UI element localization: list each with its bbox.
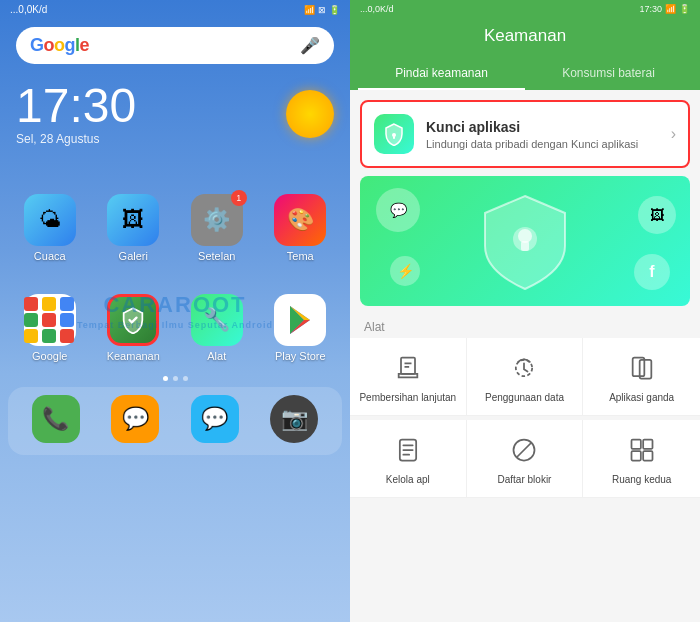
penggunaan-data-icon bbox=[506, 350, 542, 386]
alat-penggunaan-data[interactable]: Penggunaan data bbox=[467, 338, 584, 416]
alat-label-penggunaan: Penggunaan data bbox=[485, 392, 564, 403]
wifi-icon: 📶 bbox=[304, 5, 315, 15]
dock-camera[interactable]: 📷 bbox=[259, 395, 331, 443]
alat-aplikasi-ganda[interactable]: Aplikasi ganda bbox=[583, 338, 700, 416]
setelan-badge: 1 bbox=[231, 190, 247, 206]
bubble-chat-icon: 💬 bbox=[376, 188, 420, 232]
daftar-blokir-icon bbox=[506, 432, 542, 468]
alat-daftar-blokir[interactable]: Daftar blokir bbox=[467, 420, 584, 498]
alat-label-ruang-kedua: Ruang kedua bbox=[612, 474, 672, 485]
kunci-title: Kunci aplikasi bbox=[426, 119, 659, 135]
app-item-galeri[interactable]: 🖼 Galeri bbox=[96, 194, 172, 262]
svg-rect-18 bbox=[643, 451, 652, 460]
left-status-icons: 📶 ⊠ 🔋 bbox=[304, 5, 340, 15]
app-label-setelan: Setelan bbox=[198, 250, 235, 262]
alat-label-kelola: Kelola apl bbox=[386, 474, 430, 485]
page-title: Keamanan bbox=[366, 26, 684, 46]
dot-2 bbox=[173, 376, 178, 381]
google-search-bar[interactable]: Google 🎤 bbox=[16, 27, 334, 64]
app-label-google: Google bbox=[32, 350, 67, 362]
app-icon-playstore bbox=[274, 294, 326, 346]
app-item-cuaca[interactable]: 🌤 Cuaca bbox=[12, 194, 88, 262]
app-icon-tema: 🎨 bbox=[274, 194, 326, 246]
dock-chat-icon: 💬 bbox=[191, 395, 239, 443]
alat-grid-row2: Kelola apl Daftar blokir Ruang kedua bbox=[350, 420, 700, 498]
app-icon-galeri: 🖼 bbox=[107, 194, 159, 246]
app-label-keamanan: Keamanan bbox=[107, 350, 160, 362]
app-icon-alat: 🔧 bbox=[191, 294, 243, 346]
alat-pembersihan-lanjutan[interactable]: Pembersihan lanjutan bbox=[350, 338, 467, 416]
app-grid-row1: 🌤 Cuaca 🖼 Galeri ⚙️ 1 Setelan 🎨 Tema bbox=[0, 178, 350, 270]
app-label-galeri: Galeri bbox=[119, 250, 148, 262]
bubble-fb-icon: f bbox=[634, 254, 670, 290]
svg-point-7 bbox=[518, 229, 532, 243]
svg-marker-1 bbox=[290, 306, 304, 334]
ruang-kedua-icon bbox=[624, 432, 660, 468]
svg-rect-5 bbox=[393, 136, 395, 139]
svg-rect-15 bbox=[631, 440, 640, 449]
right-wifi-icon: 📶 bbox=[665, 4, 676, 14]
illustration-area: 💬 🖼 f ⚡ bbox=[360, 176, 690, 306]
dot-3 bbox=[183, 376, 188, 381]
bottom-dock: 📞 💬 💬 📷 bbox=[8, 387, 342, 455]
app-icon-cuaca: 🌤 bbox=[24, 194, 76, 246]
section-alat-label: Alat bbox=[350, 314, 700, 338]
bubble-lightning-icon: ⚡ bbox=[390, 256, 420, 286]
app-icon-keamanan bbox=[107, 294, 159, 346]
app-icon-setelan: ⚙️ 1 bbox=[191, 194, 243, 246]
alat-kelola-apl[interactable]: Kelola apl bbox=[350, 420, 467, 498]
app-label-cuaca: Cuaca bbox=[34, 250, 66, 262]
alat-label-pembersihan: Pembersihan lanjutan bbox=[359, 392, 456, 403]
mic-icon[interactable]: 🎤 bbox=[300, 36, 320, 55]
dock-message-icon: 💬 bbox=[111, 395, 159, 443]
dock-phone[interactable]: 📞 bbox=[20, 395, 92, 443]
kelola-apl-icon bbox=[390, 432, 426, 468]
right-status-bar: ...0,0K/d 17:30 📶 🔋 bbox=[350, 0, 700, 18]
data-icon: ⊠ bbox=[318, 5, 326, 15]
bubble-photo-icon: 🖼 bbox=[638, 196, 676, 234]
svg-rect-8 bbox=[521, 241, 529, 251]
kunci-subtitle: Lindungi data pribadi dengan Kunci aplik… bbox=[426, 138, 659, 150]
alat-grid-row1: Pembersihan lanjutan Penggunaan data A bbox=[350, 338, 700, 416]
google-logo: Google bbox=[30, 35, 89, 56]
app-item-google[interactable]: Google bbox=[12, 294, 88, 362]
right-signal: ...0,0K/d bbox=[360, 4, 394, 14]
kunci-aplikasi-card[interactable]: Kunci aplikasi Lindungi data pribadi den… bbox=[360, 100, 690, 168]
dock-message[interactable]: 💬 bbox=[100, 395, 172, 443]
battery-icon: 🔋 bbox=[329, 5, 340, 15]
right-tabs[interactable]: Pindai keamanan Konsumsi baterai bbox=[350, 58, 700, 90]
app-label-playstore: Play Store bbox=[275, 350, 326, 362]
right-status-icons: 17:30 📶 🔋 bbox=[639, 4, 690, 14]
app-item-alat[interactable]: 🔧 Alat bbox=[179, 294, 255, 362]
alat-ruang-kedua[interactable]: Ruang kedua bbox=[583, 420, 700, 498]
app-icon-google bbox=[24, 294, 76, 346]
alat-label-blokir: Daftar blokir bbox=[498, 474, 552, 485]
tab-pindai-keamanan[interactable]: Pindai keamanan bbox=[358, 58, 525, 90]
alat-label-aplikasi-ganda: Aplikasi ganda bbox=[609, 392, 674, 403]
svg-rect-16 bbox=[643, 440, 652, 449]
dock-phone-icon: 📞 bbox=[32, 395, 80, 443]
dot-1 bbox=[163, 376, 168, 381]
tab-konsumsi-baterai[interactable]: Konsumsi baterai bbox=[525, 58, 692, 90]
app-grid-row2: Google Keamanan 🔧 Alat bbox=[0, 278, 350, 370]
right-panel: ...0,0K/d 17:30 📶 🔋 Keamanan Pindai keam… bbox=[350, 0, 700, 622]
left-status-bar: ...0,0K/d 📶 ⊠ 🔋 bbox=[0, 0, 350, 19]
kunci-chevron-icon: › bbox=[671, 125, 676, 143]
aplikasi-ganda-icon bbox=[624, 350, 660, 386]
right-battery-icon: 🔋 bbox=[679, 4, 690, 14]
svg-rect-9 bbox=[401, 358, 415, 374]
dock-camera-icon: 📷 bbox=[270, 395, 318, 443]
app-item-setelan[interactable]: ⚙️ 1 Setelan bbox=[179, 194, 255, 262]
dock-chat[interactable]: 💬 bbox=[179, 395, 251, 443]
left-signal: ...0,0K/d bbox=[10, 4, 47, 15]
kunci-icon bbox=[374, 114, 414, 154]
app-item-tema[interactable]: 🎨 Tema bbox=[263, 194, 339, 262]
shield-illustration bbox=[480, 191, 570, 291]
left-panel: ...0,0K/d 📶 ⊠ 🔋 Google 🎤 17:30 Sel, 28 A… bbox=[0, 0, 350, 622]
right-time: 17:30 bbox=[639, 4, 662, 14]
app-label-tema: Tema bbox=[287, 250, 314, 262]
svg-rect-17 bbox=[631, 451, 640, 460]
app-item-playstore[interactable]: Play Store bbox=[263, 294, 339, 362]
date: Sel, 28 Agustus bbox=[16, 132, 334, 146]
app-item-keamanan[interactable]: Keamanan bbox=[96, 294, 172, 362]
